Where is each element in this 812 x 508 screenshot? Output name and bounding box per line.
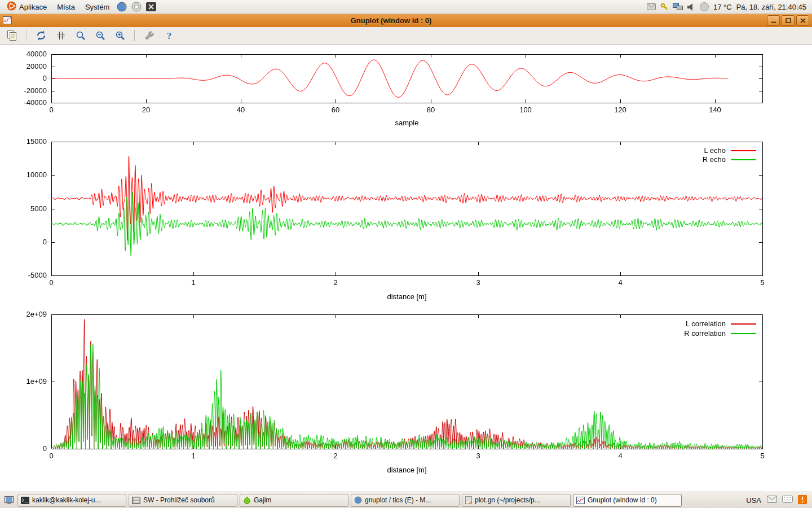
taskbar-item-label: SW - Prohlížeč souborů <box>143 496 215 504</box>
places-menu-label: Místa <box>57 3 75 11</box>
xterm-icon[interactable] <box>144 1 158 13</box>
taskbar-item-browser[interactable]: gnuplot / tics (E) - M... <box>351 494 460 507</box>
firefox-icon[interactable] <box>115 1 129 13</box>
update-notifier-icon[interactable] <box>798 495 807 506</box>
zoom-in-icon[interactable] <box>113 28 127 43</box>
legend-line-sample <box>731 333 756 334</box>
toolbar-separator <box>26 30 27 41</box>
clock-label[interactable]: Pá, 18. září, 21:40:45 <box>736 3 806 11</box>
gajim-icon <box>243 496 251 504</box>
legend-line-sample <box>731 150 756 151</box>
temperature-label[interactable]: 17 °C <box>713 3 732 11</box>
taskbar-item-label: Gnuplot (window id : 0) <box>588 496 657 504</box>
taskbar-item-ssh-terminal[interactable]: kaklik@kaklik-kolej-u... <box>17 494 126 507</box>
firefox-icon <box>354 496 362 504</box>
taskbar-item-file-manager[interactable]: SW - Prohlížeč souborů <box>129 494 237 507</box>
grid-icon[interactable] <box>54 28 68 43</box>
display-switcher-icon[interactable] <box>673 3 683 11</box>
taskbar-item-gajim[interactable]: Gajim <box>240 494 348 507</box>
gnuplot-icon <box>576 497 585 504</box>
taskbar-item-label: gnuplot / tics (E) - M... <box>365 496 431 504</box>
maximize-button[interactable] <box>782 15 795 26</box>
legend-item-r-echo: R echo <box>703 156 756 164</box>
text-editor-icon <box>465 496 472 504</box>
keyring-icon[interactable] <box>660 3 668 11</box>
mail-icon[interactable] <box>767 496 777 505</box>
applications-menu-label: Aplikace <box>19 3 47 11</box>
panel-menus: Aplikace Místa Systém <box>2 0 158 14</box>
mail-icon[interactable] <box>647 3 656 10</box>
taskbar-item-label: kaklik@kaklik-kolej-u... <box>32 496 101 504</box>
applications-menu[interactable]: Aplikace <box>2 0 51 14</box>
toolbar-separator <box>134 30 135 41</box>
legend-line-sample <box>731 159 756 160</box>
legend-item-r-correlation: R correlation <box>684 330 756 338</box>
legend-label-l-correlation: L correlation <box>686 320 726 328</box>
taskbar-item-label: plot.gn (~/projects/p... <box>475 496 540 504</box>
terminal-icon <box>21 497 29 504</box>
keyboard-indicator-icon[interactable] <box>782 496 793 505</box>
system-menu-label: Systém <box>85 3 109 11</box>
zoom-out-icon[interactable] <box>93 28 108 43</box>
zoom-previous-icon[interactable] <box>73 28 88 43</box>
gnuplot-toolbar: ? <box>0 27 812 45</box>
help-icon[interactable]: ? <box>162 28 176 43</box>
copy-to-clipboard-icon[interactable] <box>5 28 19 43</box>
keyboard-layout-indicator[interactable]: USA <box>743 496 765 505</box>
chirp-signal-chart[interactable] <box>0 50 812 134</box>
window-controls <box>767 15 809 26</box>
window-title: Gnuplot (window id : 0) <box>15 16 767 25</box>
taskbar-item-gnuplot[interactable]: Gnuplot (window id : 0) <box>573 494 682 507</box>
desktop-screen: Aplikace Místa Systém <box>0 0 812 508</box>
legend-label-r-correlation: R correlation <box>684 330 726 338</box>
bottom-taskbar: kaklik@kaklik-kolej-u... SW - Prohlížeč … <box>0 492 812 508</box>
places-menu[interactable]: Místa <box>52 2 80 12</box>
gnuplot-window-titlebar[interactable]: Gnuplot (window id : 0) <box>0 14 812 27</box>
system-menu[interactable]: Systém <box>81 2 114 12</box>
weather-icon[interactable] <box>700 2 709 11</box>
help-browser-icon[interactable] <box>130 1 143 13</box>
file-manager-icon <box>132 497 140 504</box>
echo-chart[interactable] <box>0 135 812 306</box>
legend-item-l-correlation: L correlation <box>686 320 756 328</box>
minimize-button[interactable] <box>767 15 780 26</box>
gnuplot-plot-area: L echo R echo L correlation R correlatio… <box>0 45 812 492</box>
gnuplot-window-icon <box>3 16 12 24</box>
taskbar-item-editor[interactable]: plot.gn (~/projects/p... <box>462 494 571 507</box>
show-desktop-icon[interactable] <box>3 494 15 506</box>
taskbar-item-label: Gajim <box>254 496 271 504</box>
settings-icon[interactable] <box>142 28 157 43</box>
legend-line-sample <box>731 323 756 325</box>
volume-icon[interactable] <box>687 3 695 11</box>
close-button[interactable] <box>796 15 809 26</box>
legend-label-r-echo: R echo <box>703 156 726 164</box>
legend-label-l-echo: L echo <box>704 147 726 155</box>
taskbar-tray <box>767 495 809 506</box>
replot-icon[interactable] <box>34 28 48 43</box>
legend-item-l-echo: L echo <box>704 147 756 155</box>
svg-text:?: ? <box>167 30 172 41</box>
gnome-top-panel: Aplikace Místa Systém <box>0 0 812 14</box>
ubuntu-logo-icon <box>7 1 16 12</box>
panel-tray: 17 °C Pá, 18. září, 21:40:45 <box>647 2 810 11</box>
